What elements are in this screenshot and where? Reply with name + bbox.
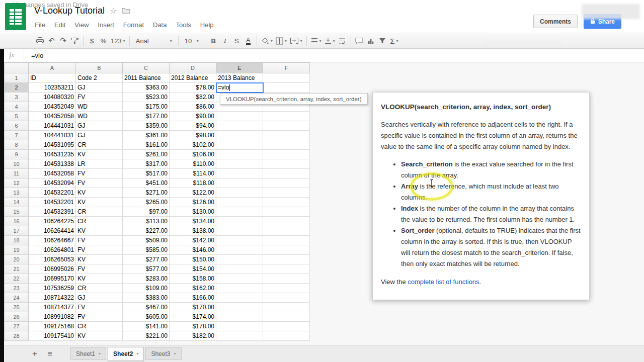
cell-B13[interactable]: KV: [76, 188, 123, 198]
cell-B19[interactable]: FV: [76, 245, 123, 255]
tab-dropdown-icon[interactable]: ▾: [136, 351, 138, 356]
cell-F13[interactable]: [263, 188, 310, 198]
cell-C2[interactable]: $363.00: [123, 83, 170, 93]
cell-D16[interactable]: $134.00: [170, 217, 216, 226]
cell-C18[interactable]: $509.00: [123, 236, 170, 245]
cell-F28[interactable]: [263, 331, 310, 341]
cell-F21[interactable]: [263, 264, 310, 274]
row-header-18[interactable]: 18: [5, 236, 29, 245]
menu-edit[interactable]: Edit: [50, 20, 70, 30]
row-header-28[interactable]: 28: [5, 331, 29, 341]
cell-F27[interactable]: [263, 322, 310, 331]
cell-B10[interactable]: LR: [76, 159, 123, 169]
cell-E12[interactable]: [216, 178, 263, 188]
cell-E5[interactable]: [216, 112, 263, 121]
cell-E15[interactable]: [216, 207, 263, 217]
column-header-F[interactable]: F: [263, 63, 310, 73]
cell-A26[interactable]: 108991082: [29, 312, 76, 322]
cell-D23[interactable]: $162.00: [170, 284, 216, 293]
cell-F9[interactable]: [263, 150, 310, 159]
cell-F6[interactable]: [263, 121, 310, 131]
cell-E28[interactable]: [216, 331, 263, 341]
cell-F25[interactable]: [263, 303, 310, 312]
cell-A27[interactable]: 109175168: [29, 322, 76, 331]
functions-button[interactable]: Σ ▾: [388, 35, 400, 47]
cell-B20[interactable]: KV: [76, 255, 123, 264]
cell-F17[interactable]: [263, 226, 310, 236]
sheet-tab-sheet1[interactable]: Sheet1▾: [70, 347, 106, 360]
row-header-1[interactable]: 1: [5, 73, 29, 83]
cell-A22[interactable]: 106995170: [29, 274, 76, 284]
comments-button[interactable]: Comments: [533, 15, 578, 28]
cell-D11[interactable]: $114.00: [170, 169, 216, 178]
cell-B26[interactable]: FV: [76, 312, 123, 322]
cell-B7[interactable]: GJ: [76, 131, 123, 140]
cell-C9[interactable]: $261.00: [123, 150, 170, 159]
formula-input[interactable]: =vlo: [24, 49, 43, 62]
cell-C17[interactable]: $227.00: [123, 226, 170, 236]
cell-F14[interactable]: [263, 198, 310, 207]
cell-C4[interactable]: $175.00: [123, 102, 170, 112]
menu-format[interactable]: Format: [119, 20, 148, 30]
cell-D1[interactable]: 2012 Balance: [170, 73, 216, 83]
cell-F16[interactable]: [263, 217, 310, 226]
active-cell-E2[interactable]: =vlo: [216, 82, 264, 93]
row-header-27[interactable]: 27: [5, 322, 29, 331]
cell-D15[interactable]: $130.00: [170, 207, 216, 217]
cell-B11[interactable]: FV: [76, 169, 123, 178]
column-header-E[interactable]: E: [216, 63, 263, 73]
undo-icon[interactable]: ↶: [46, 35, 57, 47]
strikethrough-button[interactable]: S: [231, 35, 243, 47]
bold-button[interactable]: B: [208, 35, 219, 47]
cell-A18[interactable]: 106264667: [29, 236, 76, 245]
cell-B2[interactable]: GJ: [76, 83, 123, 93]
cell-E16[interactable]: [216, 217, 263, 226]
cell-A24[interactable]: 108714322: [29, 293, 76, 303]
row-header-20[interactable]: 20: [5, 255, 29, 264]
cell-A25[interactable]: 108714377: [29, 303, 76, 312]
cell-A15[interactable]: 104532391: [29, 207, 76, 217]
row-header-14[interactable]: 14: [5, 198, 29, 207]
cell-B22[interactable]: KV: [76, 274, 123, 284]
cell-C13[interactable]: $271.00: [123, 188, 170, 198]
cell-D12[interactable]: $118.00: [170, 178, 216, 188]
cell-E7[interactable]: [216, 131, 263, 140]
cell-E8[interactable]: [216, 140, 263, 150]
cell-E23[interactable]: [216, 284, 263, 293]
row-header-4[interactable]: 4: [5, 102, 29, 112]
cell-D3[interactable]: $82.00: [170, 93, 216, 102]
horizontal-align-button[interactable]: ▾: [309, 35, 323, 47]
cell-E13[interactable]: [216, 188, 263, 198]
cell-F11[interactable]: [263, 169, 310, 178]
cell-D20[interactable]: $150.00: [170, 255, 216, 264]
folder-icon[interactable]: [122, 7, 130, 16]
cell-A8[interactable]: 104531095: [29, 140, 76, 150]
star-icon[interactable]: ☆: [110, 7, 117, 15]
row-header-22[interactable]: 22: [5, 274, 29, 284]
row-header-17[interactable]: 17: [5, 226, 29, 236]
filter-icon[interactable]: [377, 35, 388, 47]
cell-D26[interactable]: $174.00: [170, 312, 216, 322]
cell-F1[interactable]: [263, 73, 310, 83]
row-header-3[interactable]: 3: [5, 93, 29, 102]
cell-B24[interactable]: GJ: [76, 293, 123, 303]
cell-B9[interactable]: KV: [76, 150, 123, 159]
cell-C28[interactable]: $221.00: [123, 331, 170, 341]
sheet-tab-sheet3[interactable]: Sheet3▾: [145, 347, 181, 360]
column-header-B[interactable]: B: [76, 63, 123, 73]
cell-B6[interactable]: GJ: [76, 121, 123, 131]
cell-C21[interactable]: $577.00: [123, 264, 170, 274]
cell-C8[interactable]: $161.00: [123, 140, 170, 150]
cell-D9[interactable]: $106.00: [170, 150, 216, 159]
cell-C22[interactable]: $283.00: [123, 274, 170, 284]
row-header-13[interactable]: 13: [5, 188, 29, 198]
cell-C6[interactable]: $359.00: [123, 121, 170, 131]
cell-B4[interactable]: WD: [76, 102, 123, 112]
cell-A16[interactable]: 106264225: [29, 217, 76, 226]
cell-C25[interactable]: $467.00: [123, 303, 170, 312]
cell-F18[interactable]: [263, 236, 310, 245]
cell-A19[interactable]: 106264801: [29, 245, 76, 255]
cell-F12[interactable]: [263, 178, 310, 188]
insert-chart-button[interactable]: [365, 35, 377, 47]
cell-F2[interactable]: [263, 83, 310, 93]
